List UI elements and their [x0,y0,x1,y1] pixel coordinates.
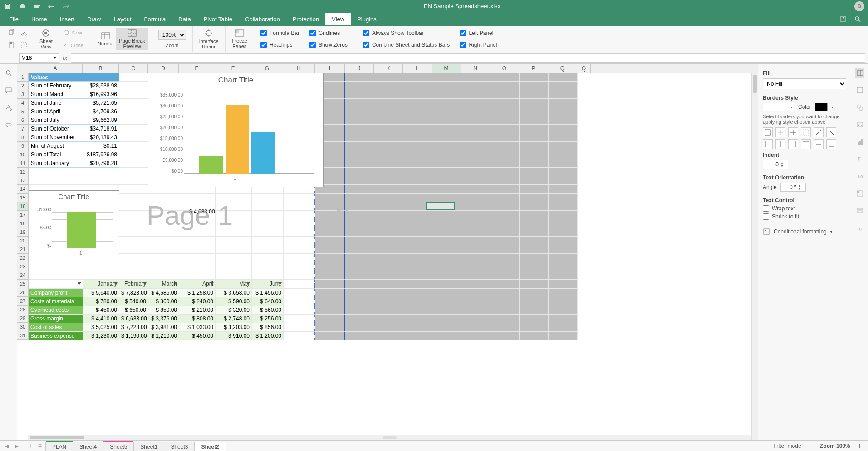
cell[interactable] [490,82,520,90]
border-cross-icon[interactable] [788,127,798,137]
cell[interactable] [490,185,520,194]
cell[interactable] [374,262,403,271]
cell[interactable] [549,211,578,219]
cell[interactable] [461,90,490,99]
cell[interactable] [432,315,461,323]
cell[interactable]: $ 4,410.00 [83,315,119,323]
cell[interactable]: $9,662.89 [83,116,119,125]
cell[interactable] [490,150,520,159]
cell[interactable]: $ 256.00 [252,315,284,323]
cell-settings-icon[interactable] [855,68,864,78]
cell[interactable] [345,237,374,245]
cell[interactable] [549,82,578,90]
cell[interactable] [520,228,549,237]
cell[interactable] [461,332,490,340]
cell[interactable] [549,159,578,168]
cell[interactable] [83,73,119,82]
cell[interactable] [119,159,148,168]
cell[interactable] [432,254,461,262]
interface-theme-button[interactable]: Interface Theme [196,28,221,50]
cell[interactable]: Sum of April [29,107,83,116]
cell[interactable] [315,245,345,254]
cell[interactable] [490,271,520,280]
cell[interactable] [490,280,520,289]
cell[interactable] [490,254,520,262]
cell[interactable] [179,237,216,245]
cell[interactable] [520,271,549,280]
cell[interactable] [284,202,315,211]
cell[interactable] [520,133,549,142]
row-header[interactable]: 15 [17,194,28,202]
cell[interactable] [520,116,549,125]
cell[interactable] [252,237,284,245]
cell[interactable] [119,73,148,82]
col-header[interactable]: P [519,64,548,73]
cell[interactable] [403,125,432,133]
chk-formula-bar[interactable]: Formula Bar [258,29,302,38]
cell[interactable]: April [179,280,216,289]
col-header[interactable]: G [251,64,283,73]
cell[interactable] [315,202,345,211]
cell[interactable] [461,245,490,254]
cell[interactable] [461,297,490,306]
cell[interactable] [549,228,578,237]
cell[interactable]: $ 856.00 [252,323,284,332]
row-header[interactable]: 7 [17,125,28,133]
cell[interactable] [490,315,520,323]
cell[interactable] [29,280,83,289]
cell[interactable] [432,271,461,280]
spellcheck-icon[interactable] [4,103,13,112]
indent-spinner[interactable]: ▲▼ [763,160,788,169]
cell[interactable] [374,211,403,219]
zoom-select[interactable]: 100% [158,30,186,40]
cell[interactable] [461,211,490,219]
cell[interactable] [432,280,461,289]
cell[interactable]: $ 850.00 [148,306,179,315]
select-all-corner[interactable] [17,64,28,73]
wrap-text-checkbox[interactable]: Wrap text [763,205,846,212]
cell[interactable] [490,202,520,211]
cell[interactable] [520,289,549,297]
cell[interactable] [461,159,490,168]
cell[interactable] [403,73,432,82]
cell[interactable] [490,323,520,332]
border-inner-icon[interactable] [775,127,785,137]
row-header[interactable]: 17 [17,211,28,219]
cell[interactable] [520,315,549,323]
cell[interactable] [461,168,490,176]
cell[interactable] [549,99,578,107]
cell[interactable] [461,99,490,107]
cell[interactable] [216,194,252,202]
row-header[interactable]: 1 [17,73,28,82]
cell[interactable] [216,254,252,262]
cell[interactable]: $ 1,200.00 [252,332,284,340]
cell[interactable] [374,280,403,289]
cell[interactable]: $ 360.00 [148,297,179,306]
row-header[interactable]: 22 [17,254,28,262]
cell[interactable] [403,245,432,254]
cell[interactable] [520,297,549,306]
cell[interactable]: $ 5,025.00 [83,323,119,332]
cell[interactable] [345,133,374,142]
cell[interactable] [403,168,432,176]
cell[interactable] [216,237,252,245]
cell[interactable]: $ 210.00 [179,306,216,315]
cell[interactable]: May [216,280,252,289]
cell[interactable] [403,194,432,202]
cell[interactable] [315,332,345,340]
cell[interactable] [119,82,148,90]
cell[interactable]: $ 640.00 [252,297,284,306]
col-header[interactable]: L [403,64,432,73]
menu-insert[interactable]: Insert [54,13,81,25]
cell[interactable] [252,211,284,219]
cell[interactable] [252,219,284,228]
cell[interactable] [432,323,461,332]
cell[interactable] [345,99,374,107]
cell[interactable] [345,280,374,289]
sheet-tab-sheet3[interactable]: Sheet3 [164,442,195,451]
chk-left-panel[interactable]: Left Panel [457,29,500,38]
cell[interactable] [490,219,520,228]
cell[interactable] [345,262,374,271]
cell[interactable]: $ 7,228.00 [119,323,148,332]
cell[interactable] [403,185,432,194]
